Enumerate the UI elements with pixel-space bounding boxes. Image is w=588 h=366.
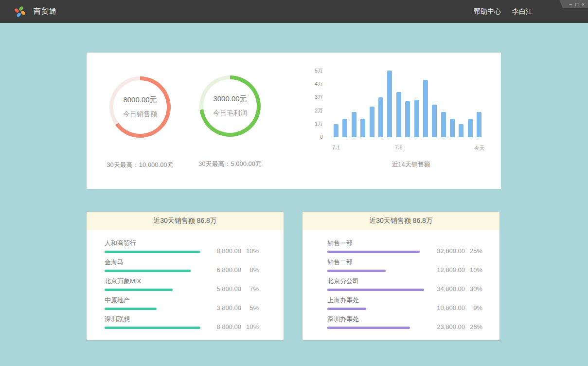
- item-percent: 10%: [241, 247, 259, 255]
- item-percent: 30%: [465, 285, 482, 293]
- departments-panel-title: 近30天销售额 86.8万: [303, 212, 499, 230]
- chart-bar: [360, 119, 365, 137]
- chart-bar: [405, 101, 410, 137]
- item-bar: [105, 270, 191, 272]
- x-tick-label: 今天: [474, 145, 484, 152]
- chart-caption: 近14天销售额: [392, 160, 430, 169]
- item-amount: 34,800.00: [429, 285, 465, 293]
- today-sales-gauge: 8000.00元 今日销售额 30天最高：10,000.00元: [96, 76, 184, 169]
- maximize-button[interactable]: □: [575, 2, 578, 7]
- chart-bar: [468, 119, 473, 137]
- item-amount: 10,800.00: [429, 304, 465, 311]
- list-item: 深圳联想 8,800.0010%: [87, 313, 284, 332]
- item-values: 32,800.0025%: [429, 247, 482, 255]
- customers-list: 人和商贸行 8,800.0010% 金海马 6,800.008% 北京万象MIX…: [87, 230, 284, 332]
- item-bar: [327, 270, 386, 272]
- item-bar: [327, 251, 420, 253]
- item-bar: [327, 327, 410, 329]
- user-name-link[interactable]: 李白江: [512, 7, 533, 16]
- chart-bar: [342, 119, 347, 137]
- chart-bar: [423, 80, 428, 137]
- item-bar: [105, 251, 200, 253]
- today-profit-ring: 3000.00元 今日毛利润: [199, 75, 261, 137]
- item-name: 中原地产: [105, 296, 130, 305]
- item-bar: [105, 289, 173, 291]
- y-tick-label: 2万: [301, 107, 323, 114]
- item-values: 6,800.008%: [205, 266, 259, 274]
- item-name: 销售二部: [327, 258, 353, 267]
- list-item: 上海办事处 10,800.009%: [303, 294, 499, 313]
- list-item: 北京万象MIX 5,800.007%: [87, 275, 284, 294]
- item-amount: 8,800.00: [205, 323, 241, 330]
- item-bar: [327, 289, 424, 291]
- item-bar: [105, 327, 200, 329]
- item-amount: 3,800.00: [205, 304, 241, 311]
- departments-list: 销售一部 32,800.0025% 销售二部 12,800.0010% 北京分公…: [303, 230, 499, 332]
- customers-sales-panel: 近30天销售额 86.8万 人和商贸行 8,800.0010% 金海马 6,80…: [87, 212, 284, 340]
- today-sales-max-note: 30天最高：10,000.00元: [96, 161, 184, 169]
- list-item: 销售二部 12,800.0010%: [303, 256, 499, 275]
- item-name: 上海办事处: [327, 296, 359, 305]
- today-profit-label: 今日毛利润: [213, 109, 247, 118]
- departments-sales-panel: 近30天销售额 86.8万 销售一部 32,800.0025% 销售二部 12,…: [303, 212, 499, 340]
- item-bar: [105, 308, 157, 310]
- item-percent: 9%: [465, 304, 482, 311]
- chart-bar: [441, 112, 446, 137]
- app-title: 商贸通: [34, 7, 57, 16]
- today-sales-label: 今日销售额: [123, 110, 157, 119]
- panels-row: 近30天销售额 86.8万 人和商贸行 8,800.0010% 金海马 6,80…: [87, 212, 588, 340]
- today-profit-value: 3000.00元: [213, 94, 247, 104]
- chart-bar: [432, 105, 437, 137]
- x-tick-label: 7-8: [395, 145, 403, 150]
- item-percent: 26%: [465, 323, 482, 330]
- y-tick-label: 4万: [301, 80, 323, 88]
- chart-plot-area: 5万4万3万2万1万0: [301, 67, 490, 137]
- item-percent: 10%: [465, 266, 482, 274]
- customers-panel-title: 近30天销售额 86.8万: [87, 212, 284, 230]
- item-name: 北京万象MIX: [105, 277, 141, 286]
- brand: 商贸通: [14, 5, 57, 18]
- chart-bar: [334, 124, 339, 137]
- window-controls: — □ ✕: [559, 0, 588, 8]
- close-button[interactable]: ✕: [582, 2, 585, 7]
- item-name: 深圳办事处: [327, 315, 359, 324]
- top-nav: 帮助中心 李白江: [474, 7, 533, 16]
- chart-x-axis: 7-17-8今天: [301, 137, 490, 152]
- item-values: 12,800.0010%: [429, 266, 482, 274]
- minimize-button[interactable]: —: [569, 2, 572, 7]
- list-item: 深圳办事处 23,800.0026%: [303, 313, 499, 332]
- item-amount: 12,800.00: [429, 266, 465, 274]
- item-values: 34,800.0030%: [429, 285, 482, 293]
- item-amount: 32,800.00: [429, 247, 465, 255]
- chart-bar: [477, 112, 481, 137]
- summary-card: 8000.00元 今日销售额 30天最高：10,000.00元 3000.00元…: [87, 53, 501, 189]
- chart-bar: [459, 124, 463, 137]
- item-amount: 23,800.00: [429, 323, 465, 330]
- chart-bar: [352, 112, 356, 137]
- today-profit-gauge: 3000.00元 今日毛利润 30天最高：5,000.00元: [186, 75, 274, 168]
- item-values: 3,800.005%: [205, 304, 259, 311]
- y-tick-label: 1万: [301, 120, 323, 128]
- list-item: 人和商贸行 8,800.0010%: [87, 238, 284, 256]
- item-name: 销售一部: [327, 239, 353, 248]
- list-item: 中原地产 3,800.005%: [87, 294, 284, 313]
- item-name: 人和商贸行: [105, 239, 136, 248]
- chart-bars: [334, 71, 481, 137]
- item-values: 23,800.0026%: [429, 323, 482, 330]
- today-sales-ring: 8000.00元 今日销售额: [109, 76, 171, 138]
- item-amount: 8,800.00: [205, 247, 241, 255]
- help-center-link[interactable]: 帮助中心: [474, 7, 501, 16]
- item-percent: 8%: [241, 266, 259, 274]
- chart-bar: [396, 92, 401, 137]
- list-item: 北京分公司 34,800.0030%: [303, 275, 499, 294]
- item-values: 10,800.009%: [429, 304, 482, 311]
- item-percent: 10%: [241, 323, 259, 330]
- item-name: 深圳联想: [105, 315, 130, 324]
- item-amount: 5,800.00: [205, 285, 241, 293]
- item-percent: 25%: [465, 247, 482, 255]
- today-profit-max-note: 30天最高：5,000.00元: [186, 160, 274, 168]
- recent-sales-bar-chart: 5万4万3万2万1万0 7-17-8今天 近14天销售额: [301, 67, 490, 179]
- list-item: 金海马 6,800.008%: [87, 256, 284, 275]
- titlebar: 商贸通 帮助中心 李白江 — □ ✕: [0, 0, 588, 23]
- item-amount: 6,800.00: [205, 266, 241, 274]
